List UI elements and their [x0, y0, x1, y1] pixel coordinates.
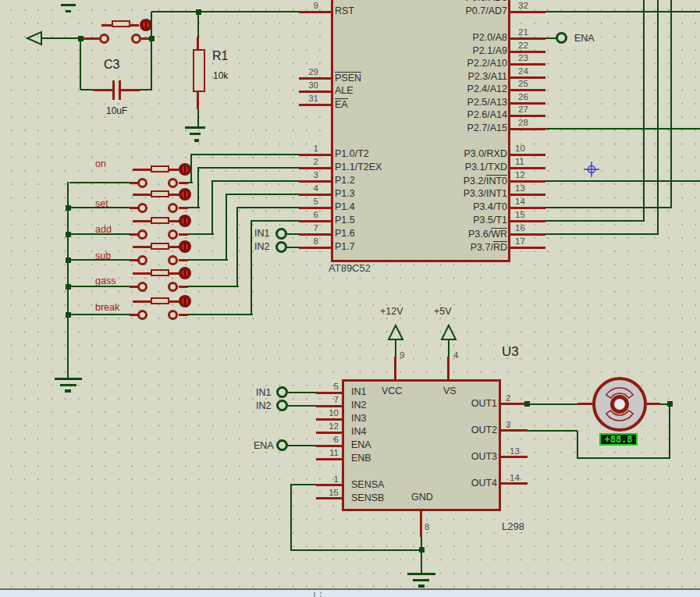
- pin-stub: [316, 405, 342, 407]
- pin-stub: [501, 403, 528, 405]
- input-terminal-arrow-icon[interactable]: [26, 30, 43, 46]
- pin-stub: [179, 207, 188, 209]
- power-arrow-icon[interactable]: [440, 324, 457, 341]
- pin-stub: [510, 207, 545, 209]
- pin-stub: [299, 180, 331, 183]
- pin-number: 31: [308, 94, 318, 103]
- button-on-body[interactable]: [151, 165, 169, 172]
- pin-number: 1: [334, 474, 339, 484]
- button-break-actuator[interactable]: [179, 295, 191, 307]
- wire: [80, 89, 94, 91]
- wire: [669, 404, 670, 459]
- pin-number: 8: [425, 522, 429, 531]
- mcu-pin-name: P2.3/A11: [467, 71, 507, 83]
- button-set-actuator[interactable]: [179, 188, 191, 201]
- partial-ground-symbol: [61, 4, 76, 6]
- wire: [69, 182, 130, 183]
- terminal-in1[interactable]: [276, 386, 288, 398]
- pin-number: 4: [453, 350, 458, 360]
- button-sub-actuator[interactable]: [179, 240, 191, 253]
- pin-number: 15: [329, 488, 339, 497]
- wire: [197, 12, 199, 37]
- button-label-gass: gass: [95, 275, 115, 286]
- wire: [151, 12, 152, 90]
- ground-symbol: [55, 378, 82, 380]
- pin-number: 23: [518, 53, 528, 62]
- capacitor-plate[interactable]: [112, 80, 115, 100]
- wire: [528, 403, 577, 405]
- terminal-in1[interactable]: [275, 228, 287, 240]
- pin-number: 24: [518, 66, 528, 76]
- wire: [448, 339, 449, 357]
- resistor-body[interactable]: [193, 49, 205, 92]
- pin-stub: [510, 233, 545, 236]
- pin-number: 12: [515, 170, 525, 179]
- driver-pin-name: OUT3: [471, 451, 497, 463]
- button-terminal: [168, 229, 178, 240]
- button-set-body[interactable]: [151, 190, 169, 197]
- statusbar: [0, 588, 700, 597]
- pin-stub: [510, 247, 545, 249]
- driver-pin-name: OUT4: [471, 478, 497, 489]
- terminal-label-in1: IN1: [254, 228, 269, 240]
- wire: [197, 109, 199, 127]
- pin-stub: [299, 154, 331, 156]
- driver-pin-name: SENSA: [351, 479, 384, 491]
- button-terminal: [137, 282, 147, 292]
- mcu-pin-name: P3.0/RXD: [464, 148, 507, 160]
- terminal-in2[interactable]: [276, 400, 288, 411]
- mcu-pin-name: RST: [335, 5, 354, 17]
- wire: [69, 314, 130, 315]
- terminal-ena[interactable]: [556, 32, 567, 44]
- terminal-in2[interactable]: [275, 241, 287, 253]
- button-terminal: [137, 255, 147, 265]
- pin-stub: [510, 154, 545, 156]
- ground-symbol: [407, 573, 435, 575]
- wire: [188, 286, 239, 287]
- ground-symbol: [194, 139, 199, 142]
- pin-stub: [510, 128, 545, 130]
- button-terminal: [137, 229, 147, 240]
- pin-stub: [179, 259, 188, 261]
- reset-button-body[interactable]: [112, 20, 130, 27]
- pin-number: 28: [518, 118, 528, 127]
- pin-number: 30: [308, 80, 318, 90]
- wire: [251, 220, 299, 222]
- driver-pin-name: IN2: [351, 400, 366, 411]
- button-sub-body[interactable]: [151, 243, 169, 250]
- wire: [577, 431, 578, 459]
- wire: [197, 168, 199, 208]
- terminal-ena[interactable]: [276, 439, 288, 451]
- pin-stub: [316, 484, 342, 486]
- pin-stub: [299, 207, 331, 209]
- pin-stub: [501, 482, 528, 485]
- pin-stub: [299, 77, 331, 80]
- mcu-pin-name: P3.1/TXD: [465, 162, 507, 173]
- motor-speed-display[interactable]: +88.8: [599, 433, 638, 446]
- wire: [395, 339, 396, 357]
- pin-stub: [299, 220, 331, 222]
- wire: [545, 11, 700, 12]
- mcu-pin-name: P3.5/T1: [473, 215, 507, 226]
- button-gass-body[interactable]: [151, 269, 169, 276]
- crosshair-cursor-icon: [582, 160, 601, 179]
- pin-stub: [316, 418, 342, 421]
- pin-number: 11: [329, 448, 339, 457]
- button-gass-actuator[interactable]: [179, 267, 191, 279]
- button-break-body[interactable]: [151, 297, 169, 304]
- button-terminal: [168, 310, 178, 320]
- statusbar-mark: [314, 592, 315, 597]
- wire: [288, 392, 316, 393]
- mcu-pin-name: P1.2: [335, 175, 355, 187]
- button-add-actuator[interactable]: [179, 215, 191, 227]
- pin-number: 14: [515, 197, 525, 206]
- mcu-pin-name: P1.0/T2: [335, 148, 369, 160]
- button-on-actuator[interactable]: [179, 163, 191, 176]
- button-add-body[interactable]: [151, 217, 169, 224]
- mcu-pin-name: P3.7/RD: [471, 241, 507, 254]
- power-arrow-icon[interactable]: [387, 324, 404, 341]
- mcu-pin-name: EA: [335, 98, 348, 111]
- pin-stub: [510, 89, 545, 91]
- dc-motor[interactable]: [592, 377, 647, 432]
- pin-stub: [501, 456, 528, 458]
